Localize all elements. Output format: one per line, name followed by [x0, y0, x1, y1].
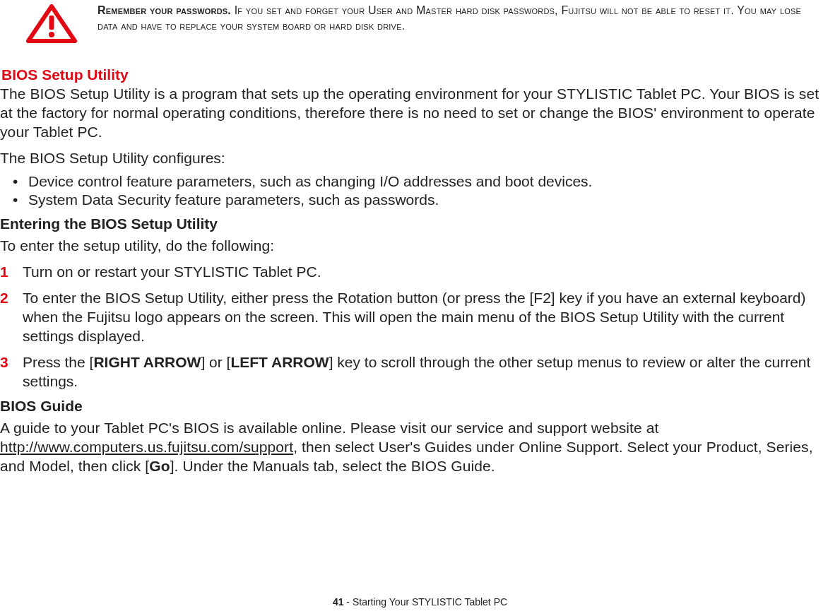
guide-pre: A guide to your Tablet PC's BIOS is avai… — [0, 420, 658, 436]
step-item: 3 Press the [RIGHT ARROW] or [LEFT ARROW… — [0, 353, 833, 391]
svg-point-1 — [49, 32, 54, 37]
step3-pre: Press the [ — [23, 354, 93, 370]
page-footer: 41 - Starting Your STYLISTIC Tablet PC — [0, 596, 840, 608]
left-arrow-label: LEFT ARROW — [230, 354, 329, 370]
step-number: 2 — [0, 289, 17, 308]
warning-text: Remember your passwords. If you set and … — [97, 3, 819, 33]
intro-paragraph: The BIOS Setup Utility is a program that… — [0, 85, 833, 142]
go-label: Go — [149, 458, 170, 474]
steps-list: 1 Turn on or restart your STYLISTIC Tabl… — [0, 263, 833, 391]
step-text: Turn on or restart your STYLISTIC Tablet… — [23, 263, 321, 280]
list-item: System Data Security feature parameters,… — [28, 191, 833, 210]
right-arrow-label: RIGHT ARROW — [93, 354, 201, 370]
subheading-bios-guide: BIOS Guide — [0, 398, 833, 415]
step-item: 1 Turn on or restart your STYLISTIC Tabl… — [0, 263, 833, 282]
bios-guide-paragraph: A guide to your Tablet PC's BIOS is avai… — [0, 419, 833, 476]
subheading-entering-bios: Entering the BIOS Setup Utility — [0, 215, 833, 232]
step-number: 1 — [0, 263, 17, 282]
configures-list: Device control feature parameters, such … — [0, 172, 833, 211]
footer-title: - Starting Your STYLISTIC Tablet PC — [343, 596, 507, 608]
step3-mid: ] or [ — [201, 354, 230, 370]
step-item: 2 To enter the BIOS Setup Utility, eithe… — [0, 289, 833, 346]
step-text: Press the [RIGHT ARROW] or [LEFT ARROW] … — [23, 354, 810, 389]
entering-intro: To enter the setup utility, do the follo… — [0, 237, 833, 256]
page: Remember your passwords. If you set and … — [0, 0, 840, 616]
warning-lead: Remember your passwords. — [97, 4, 231, 16]
warning-box: Remember your passwords. If you set and … — [0, 0, 833, 54]
svg-rect-0 — [49, 16, 54, 30]
support-link[interactable]: http://www.computers.us.fujitsu.com/supp… — [0, 439, 293, 455]
warning-icon — [25, 4, 78, 47]
configures-intro: The BIOS Setup Utility configures: — [0, 149, 833, 168]
list-item: Device control feature parameters, such … — [28, 172, 833, 191]
section-title-bios-setup: BIOS Setup Utility — [0, 66, 833, 83]
step-text: To enter the BIOS Setup Utility, either … — [23, 290, 806, 344]
guide-post: ]. Under the Manuals tab, select the BIO… — [170, 458, 495, 474]
page-number: 41 — [333, 596, 344, 608]
step-number: 3 — [0, 353, 17, 372]
